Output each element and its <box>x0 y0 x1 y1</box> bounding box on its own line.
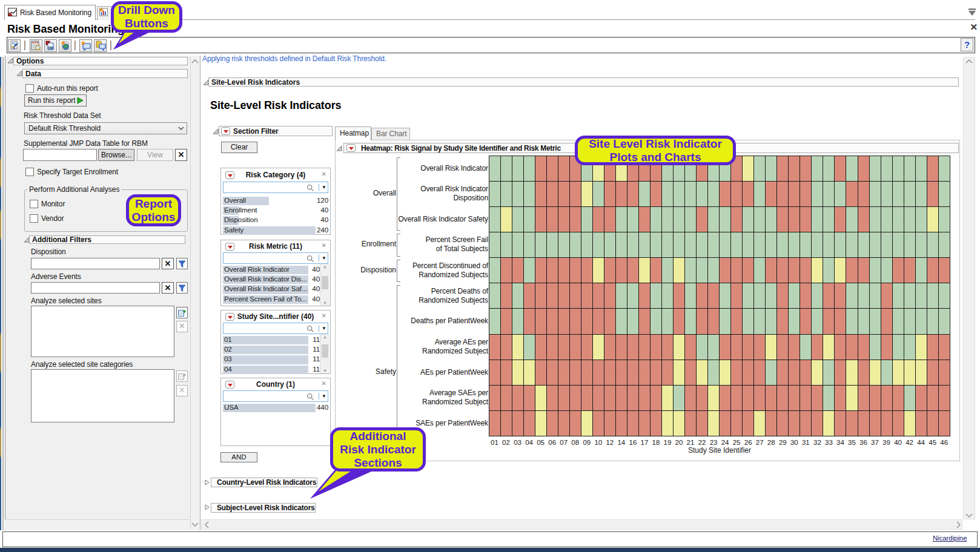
svg-text:08: 08 <box>571 439 579 446</box>
svg-text:32: 32 <box>813 439 821 446</box>
svg-text:39: 39 <box>882 439 890 446</box>
svg-text:24: 24 <box>721 439 729 446</box>
svg-text:06: 06 <box>548 439 556 446</box>
svg-text:19: 19 <box>664 439 672 446</box>
svg-text:14: 14 <box>617 439 625 446</box>
svg-text:05: 05 <box>537 439 545 446</box>
svg-text:33: 33 <box>825 439 833 446</box>
svg-text:42: 42 <box>906 439 913 446</box>
svg-text:44: 44 <box>917 439 925 446</box>
svg-text:34: 34 <box>836 439 844 446</box>
svg-text:02: 02 <box>502 439 510 446</box>
svg-text:04: 04 <box>525 439 533 446</box>
svg-text:29: 29 <box>779 439 787 446</box>
svg-text:22: 22 <box>698 439 706 446</box>
svg-text:37: 37 <box>871 439 879 446</box>
svg-text:17: 17 <box>641 439 649 446</box>
svg-text:21: 21 <box>687 439 695 446</box>
svg-text:09: 09 <box>583 439 591 446</box>
svg-text:Study Site Identifier: Study Site Identifier <box>688 446 751 455</box>
svg-text:46: 46 <box>940 439 948 446</box>
svg-text:27: 27 <box>756 439 764 446</box>
svg-text:10: 10 <box>594 439 602 446</box>
svg-text:12: 12 <box>606 439 614 446</box>
svg-text:23: 23 <box>710 439 718 446</box>
svg-text:03: 03 <box>514 439 521 446</box>
svg-text:30: 30 <box>790 439 798 446</box>
svg-text:16: 16 <box>629 439 637 446</box>
svg-text:07: 07 <box>560 439 568 446</box>
svg-text:31: 31 <box>802 439 810 446</box>
svg-text:28: 28 <box>767 439 775 446</box>
svg-text:25: 25 <box>733 439 741 446</box>
svg-text:35: 35 <box>848 439 856 446</box>
svg-text:26: 26 <box>744 439 752 446</box>
svg-text:01: 01 <box>491 439 498 446</box>
svg-text:45: 45 <box>929 439 936 446</box>
svg-text:36: 36 <box>859 439 867 446</box>
svg-text:18: 18 <box>652 439 660 446</box>
svg-text:40: 40 <box>894 439 902 446</box>
svg-text:20: 20 <box>675 439 683 446</box>
